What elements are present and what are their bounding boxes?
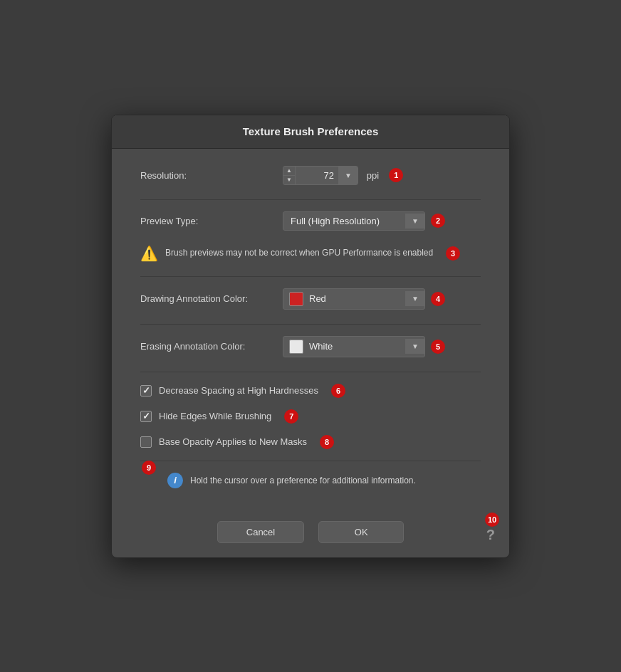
drawing-color-arrow[interactable]: ▼ xyxy=(405,291,424,306)
dialog-body: Resolution: ▲ ▼ ▼ ppi 1 Preview Type: Fu… xyxy=(112,149,509,510)
preview-type-dropdown[interactable]: Full (High Resolution) ▼ xyxy=(283,211,425,231)
drawing-color-inner: Red xyxy=(283,289,405,309)
badge-7: 7 xyxy=(284,409,298,424)
spinner-up[interactable]: ▲ xyxy=(283,167,295,176)
divider-5 xyxy=(140,461,481,461)
erasing-color-arrow[interactable]: ▼ xyxy=(405,339,424,354)
badge-2: 2 xyxy=(431,214,445,228)
badge-1: 1 xyxy=(389,168,403,182)
badge-9: 9 xyxy=(142,461,156,475)
resolution-unit: ppi xyxy=(367,170,379,181)
badge-3: 3 xyxy=(446,246,460,261)
warning-row: ⚠️ Brush previews may not be correct whe… xyxy=(140,245,481,262)
drawing-color-label: Drawing Annotation Color: xyxy=(140,293,283,304)
divider-3 xyxy=(140,324,481,325)
resolution-control: ▲ ▼ ▼ ppi 1 xyxy=(283,166,403,185)
badge-4: 4 xyxy=(431,292,445,306)
info-icon: i xyxy=(167,473,183,488)
checkbox1-check: ✓ xyxy=(142,386,150,395)
cancel-button[interactable]: Cancel xyxy=(217,521,304,543)
erasing-color-dropdown[interactable]: White ▼ xyxy=(283,336,425,357)
erasing-color-value: White xyxy=(309,341,400,352)
divider-1 xyxy=(140,199,481,200)
checkbox3[interactable] xyxy=(140,436,152,448)
dialog-title: Texture Brush Preferences xyxy=(243,125,379,137)
drawing-color-dropdown[interactable]: Red ▼ xyxy=(283,288,425,310)
help-button[interactable]: ? xyxy=(486,527,495,543)
checkbox3-row: Base Opacity Applies to New Masks 8 xyxy=(140,435,481,449)
spinner-down[interactable]: ▼ xyxy=(283,176,295,184)
checkbox2-check: ✓ xyxy=(142,411,150,421)
warning-icon: ⚠️ xyxy=(140,245,158,262)
preview-type-arrow[interactable]: ▼ xyxy=(405,214,424,229)
checkbox2-label: Hide Edges While Brushing xyxy=(159,411,271,421)
dialog-footer: Cancel OK 10 ? xyxy=(112,510,509,557)
info-text: Hold the cursor over a preference for ad… xyxy=(190,476,416,485)
checkbox2-row: ✓ Hide Edges While Brushing 7 xyxy=(140,409,481,424)
info-icon-letter: i xyxy=(174,475,177,485)
warning-text: Brush previews may not be correct when G… xyxy=(165,247,433,259)
erasing-color-row: Erasing Annotation Color: White ▼ 5 xyxy=(140,336,481,357)
ok-button[interactable]: OK xyxy=(318,521,404,543)
checkbox1[interactable]: ✓ xyxy=(140,385,152,397)
erasing-color-label: Erasing Annotation Color: xyxy=(140,341,283,352)
texture-brush-preferences-dialog: Texture Brush Preferences Resolution: ▲ … xyxy=(111,115,510,558)
checkbox1-label: Decrease Spacing at High Hardnesses xyxy=(159,385,318,396)
badge-8: 8 xyxy=(320,435,334,449)
resolution-input[interactable] xyxy=(296,167,338,184)
checkbox1-row: ✓ Decrease Spacing at High Hardnesses 6 xyxy=(140,384,481,398)
preview-type-value: Full (High Resolution) xyxy=(283,212,405,230)
resolution-label: Resolution: xyxy=(140,170,283,181)
erasing-color-swatch xyxy=(289,340,303,354)
erasing-color-inner: White xyxy=(283,337,405,357)
drawing-color-swatch xyxy=(289,292,303,306)
checkbox3-label: Base Opacity Applies to New Masks xyxy=(159,436,307,447)
title-bar: Texture Brush Preferences xyxy=(112,115,509,149)
drawing-color-value: Red xyxy=(309,293,400,304)
preview-type-row: Preview Type: Full (High Resolution) ▼ 2 xyxy=(140,211,481,231)
checkbox2[interactable]: ✓ xyxy=(140,411,152,422)
resolution-row: Resolution: ▲ ▼ ▼ ppi 1 xyxy=(140,166,481,185)
badge-6: 6 xyxy=(331,384,345,398)
resolution-spinner[interactable]: ▲ ▼ ▼ xyxy=(283,166,358,185)
divider-2 xyxy=(140,276,481,277)
info-row: 9 i Hold the cursor over a preference fo… xyxy=(140,473,481,488)
preview-type-label: Preview Type: xyxy=(140,216,283,226)
badge-5: 5 xyxy=(431,340,445,354)
drawing-color-row: Drawing Annotation Color: Red ▼ 4 xyxy=(140,288,481,310)
divider-4 xyxy=(140,372,481,372)
spinner-buttons[interactable]: ▲ ▼ xyxy=(283,167,296,184)
resolution-dropdown-arrow[interactable]: ▼ xyxy=(338,167,358,184)
badge-10: 10 xyxy=(485,513,499,527)
